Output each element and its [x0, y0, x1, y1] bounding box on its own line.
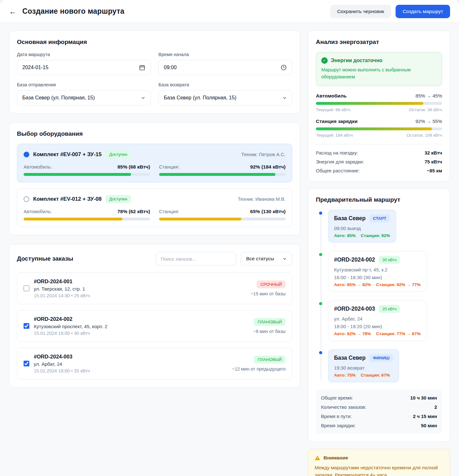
order-address: Кутузовский проспект, 45, корп. 2	[34, 324, 107, 329]
back-button[interactable]: ←	[9, 8, 17, 15]
route-date-label: Дата маршрута	[17, 52, 151, 57]
status-filter-select[interactable]: Все статусы	[241, 252, 292, 265]
stop-stat-station: Станция: 67%	[361, 373, 390, 378]
depart-base-field-group: База отправления База Север (ул. Полярна…	[17, 82, 151, 105]
order-row-003[interactable]: #ORD-2024-003 ул. Арбат, 24 15.01.2024 1…	[17, 348, 292, 379]
radio-selected-icon[interactable]	[24, 152, 29, 157]
stop-stat-auto: Авто: 85% → 82%	[334, 282, 371, 287]
stop-name: #ORD-2024-002	[334, 256, 375, 263]
stop-stats: Авто: 85% Станция: 92%	[334, 233, 390, 238]
station-energy-range: 92% → 55%	[416, 119, 442, 124]
warning-triangle-icon	[315, 455, 320, 460]
car-energy-range: 85% → 45%	[416, 93, 442, 98]
depart-base-select[interactable]: База Север (ул. Полярная, 15)	[17, 90, 151, 105]
summary-label: Общее время:	[321, 395, 353, 400]
equipment-option-head: Комплект #EV-007 + ЗУ-15 Доступен Техник…	[24, 150, 286, 158]
order-right: ПЛАНОВЫЙ ~8 мин от базы	[253, 318, 286, 334]
stop-name: База Север	[334, 355, 366, 361]
stop-stats: Авто: 82% → 79% Станция: 77% → 67%	[334, 331, 421, 336]
car-charge-block: Автомобиль: 85% (68 кВтч)	[24, 164, 150, 176]
stop-badge: СТАРТ	[369, 214, 390, 222]
chevron-down-icon	[141, 96, 145, 100]
stop-stat-auto: Авто: 85%	[334, 233, 356, 238]
order-checkbox[interactable]	[24, 323, 29, 329]
save-draft-button[interactable]: Сохранить черновик	[330, 5, 391, 18]
stop-address: Кутузовский пр-т, 45, к.2	[334, 267, 421, 272]
stop-name: #ORD-2024-003	[334, 306, 375, 312]
return-base-select[interactable]: База Север (ул. Полярная, 15)	[158, 90, 292, 105]
car-label: Автомобиль:	[24, 209, 52, 214]
route-stop-ord002: #ORD-2024-002 30 кВтч Кутузовский пр-т, …	[328, 251, 442, 292]
stop-time: 19:30 возврат	[334, 365, 393, 371]
order-id: #ORD-2024-001	[34, 278, 90, 285]
radio-unselected-icon[interactable]	[24, 196, 29, 202]
preliminary-route-card: Предварительный маршрут База Север СТАРТ…	[308, 188, 450, 442]
return-base-field-group: База возврата База Север (ул. Полярная, …	[158, 82, 292, 105]
summary-label: Время в пути:	[321, 414, 352, 419]
equipment-name: Комплект #EV-012 + ЗУ-08	[33, 196, 102, 202]
order-row-002[interactable]: #ORD-2024-002 Кутузовский проспект, 45, …	[17, 310, 292, 342]
charging-energy-row: Энергия для зарядки: 75 кВтч	[316, 159, 442, 164]
timeline-dot	[319, 253, 322, 256]
create-route-button[interactable]: Создать маршрут	[396, 5, 450, 18]
stat-label: Общее расстояние:	[316, 168, 360, 173]
station-energy-block: Станция зарядки 92% → 55% Текущий: 184 к…	[316, 119, 442, 138]
station-energy-remaining: Остаток: 109 кВтч	[407, 133, 442, 138]
stop-badge: ФИНИШ	[369, 354, 393, 362]
left-column: Основная информация Дата маршрута 2024-0…	[9, 31, 300, 387]
right-column: Анализ энергозатрат ✓ Энергии достаточно…	[308, 31, 450, 476]
route-date-field-group: Дата маршрута 2024-01-15	[17, 52, 151, 75]
car-progress-track	[24, 218, 150, 220]
stop-stats: Авто: 85% → 82% Станция: 92% → 77%	[334, 282, 421, 287]
stop-name: База Север	[334, 215, 366, 222]
car-energy-block: Автомобиль 85% → 45% Текущий: 68 кВтч Ос…	[316, 93, 442, 112]
route-title: Предварительный маршрут	[316, 196, 442, 203]
route-date-value: 2024-01-15	[22, 65, 139, 70]
station-value: 92% (184 кВтч)	[250, 164, 286, 170]
stat-label: Расход на поездку:	[316, 150, 358, 155]
start-time-value: 09:00	[164, 65, 280, 70]
order-checkbox[interactable]	[24, 285, 29, 291]
car-energy-remaining: Остаток: 36 кВтч	[409, 107, 442, 112]
stop-time: 18:00 - 18:20 (20 мин)	[334, 324, 421, 329]
divider	[316, 144, 442, 144]
return-base-value: База Север (ул. Полярная, 15)	[164, 95, 282, 101]
warning-card: Внимание Между маршрутами недостаточно в…	[308, 449, 450, 476]
header-actions: Сохранить черновик Создать маршрут	[330, 5, 450, 18]
calendar-icon	[139, 64, 145, 71]
order-checkbox[interactable]	[24, 361, 29, 366]
return-base-label: База возврата	[158, 82, 292, 87]
order-address: ул. Арбат, 24	[34, 361, 90, 367]
order-id: #ORD-2024-003	[34, 354, 90, 360]
car-energy-current: Текущий: 68 кВтч	[316, 107, 350, 112]
start-time-input[interactable]: 09:00	[158, 60, 292, 75]
energy-status-alert: ✓ Энергии достаточно Маршрут можно выпол…	[316, 52, 442, 86]
order-texts: #ORD-2024-002 Кутузовский проспект, 45, …	[34, 316, 107, 336]
car-progress-fill	[24, 218, 122, 220]
chevron-down-icon	[282, 96, 287, 100]
summary-value: 10 ч 30 мин	[410, 395, 437, 400]
car-value: 78% (62 кВтч)	[117, 209, 150, 214]
car-progress-fill	[24, 173, 131, 176]
depart-base-value: База Север (ул. Полярная, 15)	[22, 95, 141, 101]
equipment-name: Комплект #EV-007 + ЗУ-15	[33, 151, 102, 158]
route-date-input[interactable]: 2024-01-15	[17, 60, 151, 75]
car-value: 85% (68 кВтч)	[117, 164, 150, 170]
station-progress-track	[159, 173, 286, 176]
status-filter-value: Все статусы	[246, 256, 274, 262]
timeline-dot	[319, 351, 322, 354]
equipment-option-ev012[interactable]: Комплект #EV-012 + ЗУ-08 Доступен Техник…	[17, 188, 292, 227]
energy-status-text: Маршрут можно выполнить с выбранным обор…	[321, 67, 437, 81]
station-energy-current: Текущий: 184 кВтч	[316, 133, 353, 138]
station-progress-track	[159, 218, 286, 220]
energy-analysis-card: Анализ энергозатрат ✓ Энергии достаточно…	[308, 31, 450, 181]
equipment-option-ev007[interactable]: Комплект #EV-007 + ЗУ-15 Доступен Техник…	[17, 144, 292, 183]
warning-text: Между маршрутами недостаточно времени дл…	[315, 464, 443, 476]
timeline-dot	[319, 212, 322, 215]
equipment-option-head: Комплект #EV-012 + ЗУ-08 Доступен Техник…	[24, 195, 286, 203]
orders-search-input[interactable]	[156, 252, 236, 265]
stat-value: ~85 км	[427, 168, 442, 173]
stop-card: База Север ФИНИШ 19:30 возврат Авто: 75%…	[328, 349, 399, 382]
station-energy-track	[316, 127, 442, 130]
order-row-001[interactable]: #ORD-2024-001 ул. Тверская, 12, стр. 1 1…	[17, 272, 292, 304]
